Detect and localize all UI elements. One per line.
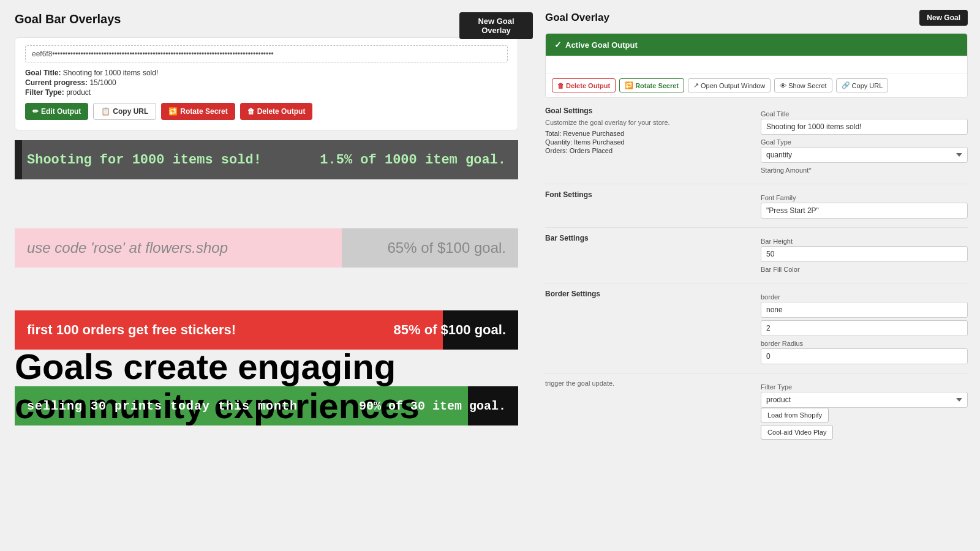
border-input[interactable]	[761, 302, 968, 318]
goal-title-meta: Goal Title: Shooting for 1000 items sold…	[25, 69, 508, 77]
goal-bar-4-left-label: selling 30 prints today this month	[15, 399, 359, 413]
copy-icon: 📋	[101, 107, 110, 116]
goal-output-card: ✓ Active Goal Output 🗑 Delete Output 🔁 R…	[545, 33, 968, 98]
current-progress-meta: Current progress: 15/1000	[25, 78, 508, 87]
border-radius-input[interactable]	[761, 348, 968, 364]
goal-bar-3-left-label: first 100 orders get free stickers!	[15, 322, 394, 338]
eye-icon: 👁	[780, 82, 786, 89]
goal-type-select[interactable]: quantity	[761, 147, 968, 163]
font-family-section: Font Family	[761, 190, 968, 219]
goal-meta: Goal Title: Shooting for 1000 items sold…	[25, 69, 508, 97]
tagline: Goals create engaging community experien…	[15, 347, 533, 425]
bar-height-input[interactable]	[761, 246, 968, 262]
goal-type-label: Goal Type	[761, 138, 968, 146]
border-settings-grid: Border Settings border border Radius	[545, 290, 968, 364]
filter-settings-right: Filter Type product Load from Shopify Co…	[761, 380, 968, 442]
copy-link-icon: 🔗	[842, 81, 850, 89]
filter-settings-left: trigger the goal update.	[545, 380, 752, 442]
delete-output-button[interactable]: 🗑 Delete Output	[240, 103, 313, 120]
go-rotate-secret-button[interactable]: 🔁 Rotate Secret	[619, 78, 684, 92]
bar-settings-grid: Bar Settings Bar Height Bar Fill Color	[545, 234, 968, 274]
goal-output-preview	[546, 56, 967, 73]
type-item-2: Quantity: Items Purchased	[545, 138, 752, 146]
go-open-output-window-button[interactable]: ↗ Open Output Window	[688, 78, 771, 92]
trash-icon: 🗑	[247, 107, 255, 116]
font-family-label: Font Family	[761, 194, 968, 201]
action-buttons: ✏ Edit Output 📋 Copy URL 🔁 Rotate Secret…	[25, 103, 508, 120]
border-value2-input[interactable]	[761, 320, 968, 336]
new-goal-overlay-button[interactable]: New Goal Overlay	[459, 12, 533, 39]
settings-grid: Goal Settings Customize the goal overlay…	[545, 107, 968, 175]
border-settings-title: Border Settings	[545, 290, 752, 298]
filter-trigger-desc: trigger the goal update.	[545, 380, 752, 387]
go-delete-output-button[interactable]: 🗑 Delete Output	[552, 78, 616, 92]
divider-4	[545, 373, 968, 373]
goal-bar-4-right-label: 90% of 30 item goal.	[359, 399, 518, 413]
goal-settings-desc: Customize the goal overlay for your stor…	[545, 119, 752, 126]
divider-2	[545, 227, 968, 228]
active-goal-bar: ✓ Active Goal Output	[546, 34, 967, 56]
type-item-3: Orders: Orders Placed	[545, 147, 752, 154]
goal-bar-1-right-label: 1.5% of 1000 item goal.	[320, 152, 518, 168]
external-link-icon: ↗	[693, 81, 699, 89]
rotate-icon: 🔁	[168, 107, 178, 116]
right-panel: Goal Overlay New Goal ✓ Active Goal Outp…	[533, 0, 980, 460]
filter-type-label: Filter Type	[761, 383, 968, 391]
copy-url-button[interactable]: 📋 Copy URL	[93, 103, 156, 120]
edit-output-button[interactable]: ✏ Edit Output	[25, 103, 88, 120]
rotate-icon-small: 🔁	[625, 81, 633, 89]
font-settings-grid: Font Settings Font Family	[545, 190, 968, 219]
rotate-secret-button[interactable]: 🔁 Rotate Secret	[161, 103, 235, 120]
bar-fill-color-label: Bar Fill Color	[761, 266, 968, 273]
load-from-shopify-button[interactable]: Load from Shopify	[761, 408, 829, 422]
goal-title-section: Goal Title Goal Type quantity Starting A…	[761, 107, 968, 175]
bar-height-label: Bar Height	[761, 238, 968, 245]
bar-settings-section: Bar Settings	[545, 234, 752, 274]
pencil-icon: ✏	[32, 107, 39, 116]
goal-bar-2-right-label: 65% of $100 goal.	[388, 239, 519, 257]
goal-title-input[interactable]	[761, 119, 968, 135]
goal-bar-1: Shooting for 1000 items sold! 1.5% of 10…	[15, 140, 518, 179]
border-label: border	[761, 293, 968, 301]
filter-settings-grid: trigger the goal update. Filter Type pro…	[545, 380, 968, 442]
bar-values-section: Bar Height Bar Fill Color	[761, 234, 968, 274]
new-goal-right-button[interactable]: New Goal	[919, 10, 968, 26]
divider-1	[545, 184, 968, 184]
font-settings-section: Font Settings	[545, 190, 752, 219]
cool-aid-video-play-button[interactable]: Cool-aid Video Play	[761, 425, 833, 440]
divider-3	[545, 283, 968, 283]
font-family-input[interactable]	[761, 203, 968, 219]
url-input[interactable]	[25, 45, 508, 62]
active-goal-label: Active Goal Output	[565, 40, 638, 50]
goal-title-label: Goal Title	[761, 110, 968, 118]
border-radius-label: border Radius	[761, 340, 968, 347]
left-panel: Goal Bar Overlays New Goal Overlay Goal …	[0, 0, 533, 438]
goal-bar-2: use code 'rose' at flowers.shop 65% of $…	[15, 228, 518, 268]
right-panel-header: Goal Overlay New Goal	[545, 10, 968, 26]
border-settings-section: Border Settings	[545, 290, 752, 364]
goal-bar-3: first 100 orders get free stickers! 85% …	[15, 310, 518, 350]
goal-settings-title: Goal Settings	[545, 107, 752, 115]
right-panel-title: Goal Overlay	[545, 12, 609, 24]
goal-bar-1-left-label: Shooting for 1000 items sold!	[15, 152, 320, 168]
font-settings-title: Font Settings	[545, 190, 752, 199]
filter-type-select[interactable]: product	[761, 392, 968, 408]
goal-output-actions: 🗑 Delete Output 🔁 Rotate Secret ↗ Open O…	[546, 73, 967, 97]
go-show-secret-button[interactable]: 👁 Show Secret	[774, 78, 832, 92]
page-title: Goal Bar Overlays	[15, 12, 518, 26]
check-icon: ✓	[554, 40, 562, 50]
bar-settings-title: Bar Settings	[545, 234, 752, 242]
goal-settings-section: Goal Settings Customize the goal overlay…	[545, 107, 752, 175]
border-values-section: border border Radius	[761, 290, 968, 364]
starting-amount-label: Starting Amount*	[761, 167, 968, 174]
filter-type-meta: Filter Type: product	[25, 88, 508, 97]
url-card: Goal Title: Shooting for 1000 items sold…	[15, 37, 518, 130]
type-item-1: Total: Revenue Purchased	[545, 130, 752, 137]
trash-icon-small: 🗑	[557, 82, 564, 89]
goal-bar-3-right-label: 85% of $100 goal.	[394, 322, 518, 338]
go-copy-url-button[interactable]: 🔗 Copy URL	[836, 78, 889, 92]
goal-bar-2-left-label: use code 'rose' at flowers.shop	[15, 239, 388, 257]
